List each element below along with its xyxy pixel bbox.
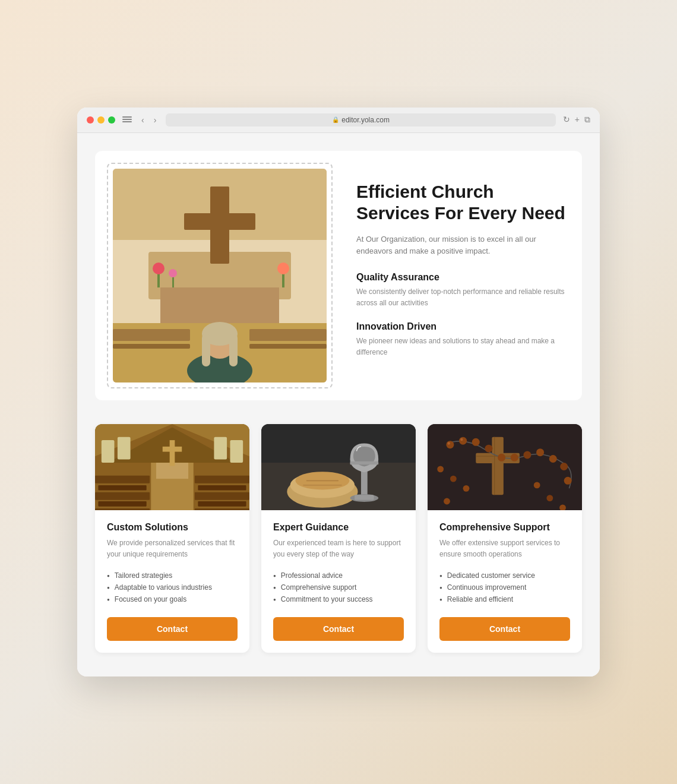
card-expert-guidance: Expert Guidance Our experienced team is … bbox=[261, 424, 416, 653]
hero-text: Efficient Church Services For Every Need… bbox=[356, 175, 570, 376]
svg-point-69 bbox=[564, 477, 572, 485]
svg-point-61 bbox=[472, 438, 480, 446]
list-item: Comprehensive support bbox=[273, 581, 404, 593]
svg-point-77 bbox=[448, 442, 450, 444]
hero-section: Efficient Church Services For Every Need… bbox=[95, 151, 582, 400]
feature-quality: Quality Assurance We consistently delive… bbox=[356, 272, 570, 309]
card-image-rosary bbox=[428, 424, 582, 510]
svg-rect-41 bbox=[230, 440, 243, 463]
svg-rect-26 bbox=[98, 485, 146, 491]
list-item: Tailored strategies bbox=[107, 570, 238, 581]
svg-rect-33 bbox=[198, 501, 246, 507]
svg-rect-42 bbox=[214, 437, 227, 459]
card-desc-1: We provide personalized services that fi… bbox=[107, 538, 238, 560]
dot-yellow[interactable] bbox=[97, 116, 105, 124]
sidebar-icon[interactable] bbox=[122, 116, 132, 124]
svg-rect-14 bbox=[202, 334, 210, 366]
forward-button[interactable]: › bbox=[151, 114, 159, 126]
card-custom-solutions: Custom Solutions We provide personalized… bbox=[95, 424, 249, 653]
card-title-1: Custom Solutions bbox=[107, 522, 238, 533]
list-item: Adaptable to various industries bbox=[107, 581, 238, 593]
svg-point-19 bbox=[277, 263, 289, 274]
add-tab-button[interactable]: + bbox=[575, 115, 580, 125]
svg-point-60 bbox=[459, 437, 467, 444]
list-item: Professional advice bbox=[273, 570, 404, 581]
svg-point-21 bbox=[169, 269, 177, 277]
feature-innovation: Innovation Driven We pioneer new ideas a… bbox=[356, 321, 570, 358]
card-title-2: Expert Guidance bbox=[273, 522, 404, 533]
svg-rect-29 bbox=[95, 508, 150, 510]
browser-dots bbox=[87, 116, 115, 124]
svg-rect-25 bbox=[95, 475, 150, 483]
svg-point-63 bbox=[498, 454, 505, 461]
svg-rect-7 bbox=[113, 329, 190, 341]
reload-button[interactable]: ↻ bbox=[563, 115, 570, 125]
contact-button-1[interactable]: Contact bbox=[107, 617, 238, 641]
svg-rect-39 bbox=[102, 440, 115, 463]
svg-rect-27 bbox=[95, 492, 150, 500]
svg-point-66 bbox=[536, 448, 544, 456]
svg-rect-30 bbox=[195, 475, 249, 483]
contact-button-2[interactable]: Contact bbox=[273, 617, 404, 641]
hero-image-wrapper bbox=[107, 163, 333, 388]
card-list-3: Dedicated customer service Continuous im… bbox=[439, 570, 570, 605]
svg-rect-40 bbox=[118, 437, 131, 459]
dot-red[interactable] bbox=[87, 116, 94, 124]
svg-point-59 bbox=[446, 441, 454, 448]
feature-innovation-title: Innovation Driven bbox=[356, 321, 570, 332]
list-item: Reliable and efficient bbox=[439, 593, 570, 605]
svg-rect-8 bbox=[113, 344, 190, 349]
svg-rect-55 bbox=[492, 437, 503, 494]
svg-point-74 bbox=[546, 495, 553, 501]
url-text: editor.yola.com bbox=[341, 116, 390, 124]
svg-rect-10 bbox=[249, 344, 327, 349]
svg-rect-9 bbox=[249, 329, 327, 341]
card-desc-3: We offer extensive support services to e… bbox=[439, 538, 570, 560]
browser-window: ‹ › 🔒 editor.yola.com ↻ + ⧉ bbox=[77, 108, 600, 676]
feature-quality-desc: We consistently deliver top-notch perfor… bbox=[356, 286, 570, 309]
svg-rect-34 bbox=[195, 508, 249, 510]
svg-point-65 bbox=[523, 451, 531, 459]
hero-title: Efficient Church Services For Every Need bbox=[356, 181, 570, 224]
browser-content: Efficient Church Services For Every Need… bbox=[77, 133, 600, 676]
svg-point-64 bbox=[511, 454, 518, 461]
back-button[interactable]: ‹ bbox=[139, 114, 147, 126]
browser-controls: ‹ › bbox=[139, 114, 159, 126]
contact-button-3[interactable]: Contact bbox=[439, 617, 570, 641]
svg-point-68 bbox=[560, 463, 568, 470]
cards-section: Custom Solutions We provide personalized… bbox=[95, 424, 582, 653]
address-bar[interactable]: 🔒 editor.yola.com bbox=[166, 113, 555, 127]
card-list-2: Professional advice Comprehensive suppor… bbox=[273, 570, 404, 605]
svg-point-17 bbox=[153, 263, 164, 274]
browser-actions: ↻ + ⧉ bbox=[563, 115, 590, 125]
list-item: Focused on your goals bbox=[107, 593, 238, 605]
svg-point-73 bbox=[534, 482, 540, 488]
feature-quality-title: Quality Assurance bbox=[356, 272, 570, 283]
feature-innovation-desc: We pioneer new ideas and solutions to st… bbox=[356, 336, 570, 358]
svg-point-78 bbox=[460, 438, 463, 441]
svg-rect-54 bbox=[428, 424, 582, 510]
card-image-chalice bbox=[261, 424, 416, 510]
svg-rect-53 bbox=[350, 461, 378, 464]
svg-rect-32 bbox=[195, 492, 249, 500]
svg-point-70 bbox=[437, 466, 444, 472]
card-body-2: Expert Guidance Our experienced team is … bbox=[261, 510, 416, 653]
card-body-3: Comprehensive Support We offer extensive… bbox=[428, 510, 582, 653]
lock-icon: 🔒 bbox=[332, 116, 339, 123]
svg-rect-3 bbox=[160, 287, 279, 323]
more-options-button[interactable]: ⧉ bbox=[584, 115, 590, 125]
svg-point-76 bbox=[444, 498, 450, 504]
hero-description: At Our Organization, our mission is to e… bbox=[356, 233, 570, 258]
card-comprehensive-support: Comprehensive Support We offer extensive… bbox=[428, 424, 582, 653]
list-item: Dedicated customer service bbox=[439, 570, 570, 581]
svg-rect-5 bbox=[184, 213, 255, 230]
svg-rect-52 bbox=[355, 495, 374, 500]
svg-point-67 bbox=[549, 455, 557, 463]
svg-point-72 bbox=[463, 485, 470, 492]
list-item: Commitment to your success bbox=[273, 593, 404, 605]
hero-image bbox=[113, 169, 327, 382]
svg-rect-37 bbox=[170, 440, 175, 466]
svg-rect-38 bbox=[163, 447, 182, 452]
dot-green[interactable] bbox=[108, 116, 115, 124]
svg-rect-28 bbox=[98, 501, 146, 507]
